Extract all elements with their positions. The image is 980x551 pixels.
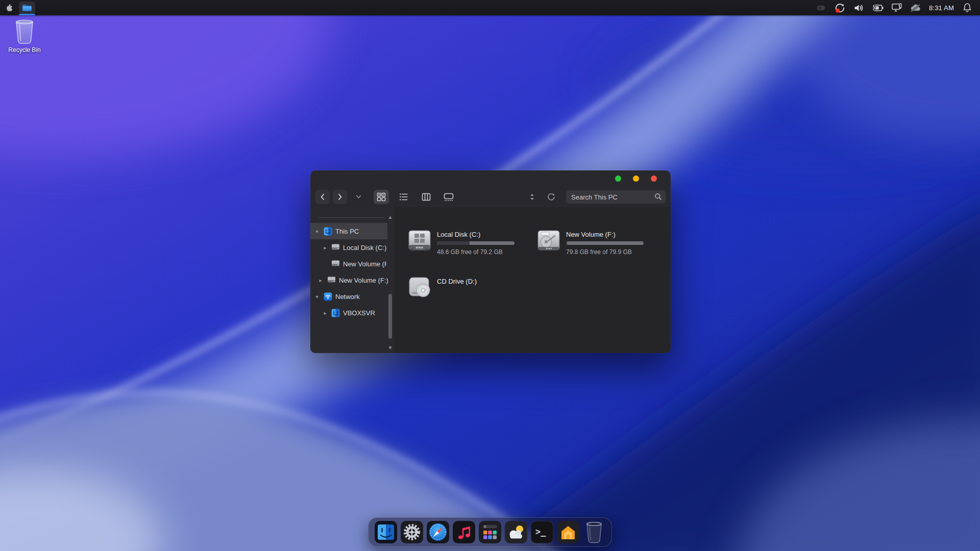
notifications-bell-icon[interactable] — [962, 2, 973, 13]
sidebar-divider — [318, 217, 384, 218]
sort-icon[interactable] — [526, 191, 537, 203]
search-box — [566, 190, 666, 204]
search-icon — [654, 193, 662, 203]
explorer-sidebar: ▾ This PC ▸ Local Disk (C:) — [310, 207, 394, 353]
cd-drive-icon — [408, 277, 431, 300]
dock-safari-icon[interactable] — [427, 521, 449, 543]
sidebar-item-local-disk-c[interactable]: ▸ Local Disk (C:) — [310, 239, 387, 256]
drive-name: New Volume (F:) — [566, 231, 657, 238]
list-view-button[interactable] — [396, 190, 411, 204]
drive-usage-bar — [566, 241, 644, 245]
search-input[interactable] — [566, 190, 666, 204]
grid-view-button[interactable] — [374, 190, 389, 204]
chevron-down-icon[interactable]: ▾ — [314, 294, 320, 299]
dock-launchpad-icon[interactable] — [479, 521, 501, 543]
network-icon — [324, 292, 332, 301]
sidebar-item-label: VBOXSVR — [343, 309, 375, 317]
recycle-bin[interactable]: Recycle Bin — [4, 18, 45, 54]
dock-settings-icon[interactable] — [401, 521, 423, 543]
sidebar-item-new-volume-f-child[interactable]: New Volume (F: — [310, 256, 387, 272]
gallery-view-button[interactable] — [441, 190, 456, 204]
sidebar-item-label: New Volume (F:) — [339, 277, 388, 284]
dock-music-icon[interactable] — [453, 521, 475, 543]
hidden-items-icon[interactable] — [816, 2, 827, 13]
sidebar-scrollbar: ▲ ▼ — [387, 207, 394, 353]
volume-icon[interactable] — [853, 2, 865, 13]
drive-free-space: 79.8 GB free of 79.9 GB — [566, 248, 657, 256]
explorer-content: Local Disk (C:) 48.6 GB free of 79.2 GB — [394, 207, 671, 353]
scrollbar-thumb[interactable] — [388, 294, 392, 339]
back-button[interactable] — [315, 190, 330, 204]
sidebar-item-this-pc[interactable]: ▾ This PC — [310, 223, 387, 239]
sidebar-item-label: This PC — [335, 228, 359, 235]
cloud-off-icon[interactable] — [910, 2, 921, 13]
hdd-windows-icon — [408, 230, 431, 253]
recycle-bin-icon — [12, 18, 37, 45]
scroll-down-icon[interactable]: ▼ — [387, 344, 394, 351]
hdd-icon — [331, 243, 340, 252]
history-chevron-icon[interactable] — [353, 192, 363, 202]
chevron-right-icon[interactable]: ▸ — [323, 245, 328, 251]
recycle-bin-label: Recycle Bin — [8, 46, 40, 54]
drive-local-disk-c[interactable]: Local Disk (C:) 48.6 GB free of 79.2 GB — [408, 230, 528, 277]
this-pc-icon — [324, 227, 332, 236]
window-titlebar[interactable] — [310, 170, 671, 187]
apple-menu-button[interactable] — [0, 0, 17, 15]
computer-icon — [331, 309, 340, 317]
dock-terminal-icon[interactable]: >_ — [531, 521, 553, 543]
dock-home-icon[interactable] — [557, 521, 579, 543]
refresh-icon[interactable] — [546, 191, 557, 203]
scroll-up-icon[interactable]: ▲ — [387, 213, 394, 220]
chevron-down-icon[interactable]: ▾ — [314, 229, 320, 234]
desktop: 8:31 AM Recycle Bin — [0, 0, 980, 551]
svg-text:>_: >_ — [535, 527, 546, 537]
folder-icon — [22, 4, 32, 12]
sidebar-item-label: New Volume (F: — [343, 260, 386, 268]
hdd-icon — [331, 260, 340, 268]
sidebar-item-label: Local Disk (C:) — [343, 244, 386, 252]
battery-charging-icon[interactable] — [872, 2, 884, 13]
display-pen-icon[interactable] — [891, 2, 902, 13]
drive-cd-d[interactable]: CD Drive (D:) — [408, 277, 528, 323]
traffic-light-red-close-button[interactable] — [651, 176, 657, 182]
forward-button[interactable] — [333, 190, 347, 204]
dock-weather-icon[interactable] — [505, 521, 527, 543]
drive-free-space: 48.6 GB free of 79.2 GB — [437, 248, 528, 256]
dock: >_ — [368, 517, 612, 547]
drive-usage-bar — [437, 241, 514, 245]
traffic-light-yellow-minimize-button[interactable] — [633, 176, 639, 182]
drive-name: Local Disk (C:) — [437, 231, 528, 238]
explorer-toolbar — [310, 187, 671, 207]
chevron-right-icon[interactable]: ▸ — [323, 310, 328, 316]
drive-new-volume-f[interactable]: New Volume (F:) 79.8 GB free of 79.9 GB — [537, 230, 657, 277]
chevron-right-icon[interactable]: ▸ — [318, 278, 323, 283]
sidebar-item-network[interactable]: ▾ Network — [310, 288, 387, 305]
sync-alert-icon[interactable] — [835, 2, 846, 13]
hdd-icon — [327, 276, 336, 285]
apple-icon — [5, 3, 13, 13]
menubar: 8:31 AM — [0, 0, 980, 15]
sidebar-item-vboxsvr[interactable]: ▸ VBOXSVR — [310, 305, 387, 321]
sidebar-item-new-volume-f[interactable]: ▸ New Volume (F:) — [310, 272, 387, 288]
hdd-platter-icon — [537, 230, 560, 253]
columns-view-button[interactable] — [419, 190, 434, 204]
taskbar-file-explorer-button[interactable] — [17, 0, 37, 15]
dock-finder-icon[interactable] — [375, 521, 397, 543]
sidebar-item-label: Network — [335, 293, 360, 300]
active-app-indicator — [19, 14, 35, 15]
clock[interactable]: 8:31 AM — [929, 4, 954, 12]
dock-trash-icon[interactable] — [583, 521, 605, 543]
drive-name: CD Drive (D:) — [437, 278, 528, 285]
file-explorer-window: ▾ This PC ▸ Local Disk (C:) — [310, 170, 671, 353]
traffic-light-green-zoom-button[interactable] — [615, 176, 621, 182]
